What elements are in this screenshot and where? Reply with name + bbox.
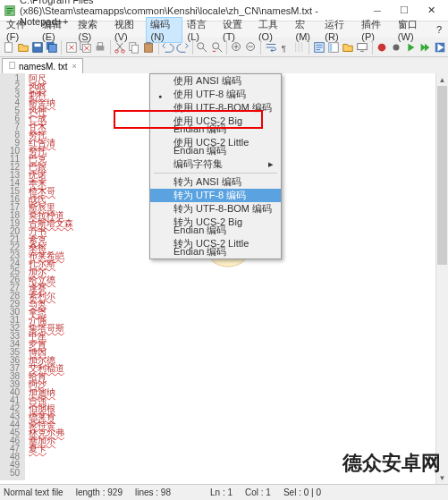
redo-icon[interactable] xyxy=(176,40,190,55)
svg-rect-25 xyxy=(358,43,368,49)
menu-edit[interactable]: 编辑(E) xyxy=(38,17,74,43)
menu-use-ucs2-be[interactable]: 使用 UCS-2 Big Endian 编码 xyxy=(150,114,281,136)
close-file-icon[interactable] xyxy=(64,40,78,55)
function-list-icon[interactable] xyxy=(312,40,325,55)
text-line[interactable]: 加尔 xyxy=(29,267,448,275)
zoom-in-icon[interactable] xyxy=(230,40,243,55)
status-lines: lines : 98 xyxy=(135,487,171,497)
text-line[interactable]: 加迪纳 xyxy=(29,388,448,396)
wordwrap-icon[interactable] xyxy=(264,40,277,55)
line-number: 50 xyxy=(0,469,20,477)
text-line[interactable]: 林克尔弗 xyxy=(29,428,448,436)
paste-icon[interactable] xyxy=(142,40,156,55)
record-macro-icon[interactable] xyxy=(376,40,389,55)
copy-icon[interactable] xyxy=(128,40,141,55)
toolbar-separator xyxy=(226,40,227,55)
folder-panel-icon[interactable] xyxy=(342,40,355,55)
menu-tools[interactable]: 工具(O) xyxy=(254,17,292,43)
zoom-out-icon[interactable] xyxy=(244,40,258,55)
cut-icon[interactable] xyxy=(114,40,127,55)
run-macro-multi-icon[interactable] xyxy=(418,40,432,55)
menu-encoding[interactable]: 编码(N) xyxy=(146,17,182,43)
menu-use-utf8[interactable]: 使用 UTF-8 编码 xyxy=(150,88,281,101)
toolbar-separator xyxy=(110,40,111,55)
text-line[interactable]: 蒙特金 xyxy=(29,420,448,428)
text-line[interactable]: 博因 xyxy=(29,348,448,356)
stop-macro-icon[interactable] xyxy=(390,40,403,55)
svg-rect-10 xyxy=(97,42,102,46)
toolbar-separator xyxy=(309,40,309,55)
text-line[interactable]: 罗肯 xyxy=(29,340,448,348)
svg-rect-3 xyxy=(34,43,40,47)
text-line[interactable]: 集塔哥斯 xyxy=(29,324,448,332)
menu-language[interactable]: 语言(L) xyxy=(182,17,217,43)
menu-help[interactable]: ? xyxy=(432,23,446,36)
text-line[interactable]: 甲座 xyxy=(29,332,448,340)
status-column: Col : 1 xyxy=(245,487,271,497)
menu-use-ansi[interactable]: 使用 ANSI 编码 xyxy=(150,74,281,88)
text-line[interactable]: 哈肯 xyxy=(29,372,448,380)
save-all-icon[interactable] xyxy=(45,40,58,55)
menu-convert-utf8-bom[interactable]: 转为 UTF-8-BOM 编码 xyxy=(150,202,281,216)
scroll-thumb[interactable] xyxy=(437,86,447,265)
close-all-icon[interactable] xyxy=(79,40,92,55)
text-line[interactable]: 拿恩 xyxy=(29,308,448,316)
text-line[interactable]: 伯朋根 xyxy=(29,404,448,412)
vertical-scrollbar[interactable]: ▲ ▼ xyxy=(435,73,448,484)
menu-convert-utf8[interactable]: 转为 UTF-8 编码 xyxy=(150,189,281,202)
status-bar: Normal text file length : 929 lines : 98… xyxy=(0,484,448,500)
show-all-chars-icon[interactable]: ¶ xyxy=(278,40,292,55)
file-tab[interactable]: namesM. txt × xyxy=(2,58,83,73)
text-line[interactable]: 加尔德 xyxy=(29,356,448,364)
encoding-dropdown: 使用 ANSI 编码 使用 UTF-8 编码 使用 UTF-8-BOM 编码 使… xyxy=(149,73,282,259)
new-file-icon[interactable] xyxy=(2,40,15,55)
menu-settings[interactable]: 设置(T) xyxy=(218,17,254,43)
text-line[interactable]: 逢赛 xyxy=(29,284,448,292)
text-line[interactable]: 塞加尔 xyxy=(29,436,448,445)
text-line[interactable]: 吉强 xyxy=(29,396,448,404)
menu-convert-ucs2-le[interactable]: 转为 UCS-2 Little Endian 编码 xyxy=(150,237,281,258)
text-line[interactable]: 阿沙 xyxy=(29,380,448,388)
menu-search[interactable]: 搜索(S) xyxy=(73,17,110,43)
monitor-icon[interactable] xyxy=(356,40,369,55)
status-selection: Sel : 0 | 0 xyxy=(283,487,321,497)
svg-text:¶: ¶ xyxy=(281,42,285,52)
text-line[interactable]: 素利尔 xyxy=(29,292,448,300)
save-icon[interactable] xyxy=(30,40,44,55)
text-line[interactable]: 介慲 xyxy=(29,316,448,324)
menu-window[interactable]: 窗口(W) xyxy=(393,17,432,43)
menu-charset-submenu[interactable]: 编码字符集 xyxy=(150,157,281,171)
menu-bar: 文件(F) 编辑(E) 搜索(S) 视图(V) 编码(N) 语言(L) 设置(T… xyxy=(0,21,448,38)
text-content[interactable]: 使用 ANSI 编码 使用 UTF-8 编码 使用 UTF-8-BOM 编码 使… xyxy=(25,73,448,480)
menu-convert-ansi[interactable]: 转为 ANSI 编码 xyxy=(150,175,281,189)
save-macro-icon[interactable] xyxy=(433,40,446,55)
text-line[interactable]: 德莱肯 xyxy=(29,412,448,420)
status-filetype: Normal text file xyxy=(4,487,63,497)
indent-guide-icon[interactable] xyxy=(292,40,306,55)
svg-point-18 xyxy=(212,42,218,48)
menu-use-ucs2-le[interactable]: 使用 UCS-2 Little Endian 编码 xyxy=(150,136,281,157)
status-length: length : 929 xyxy=(76,487,123,497)
toolbar-separator xyxy=(372,40,373,55)
menu-run[interactable]: 运行(R) xyxy=(320,17,357,43)
menu-plugins[interactable]: 插件(P) xyxy=(357,17,393,43)
menu-use-utf8-bom[interactable]: 使用 UTF-8-BOM 编码 xyxy=(150,101,281,114)
file-icon xyxy=(8,61,17,72)
text-line[interactable]: 哈立德 xyxy=(29,275,448,284)
play-macro-icon[interactable] xyxy=(404,40,418,55)
toolbar-separator xyxy=(260,40,261,55)
open-file-icon[interactable] xyxy=(16,40,30,55)
menu-convert-ucs2-be[interactable]: 转为 UCS-2 Big Endian 编码 xyxy=(150,216,281,237)
undo-icon[interactable] xyxy=(162,40,175,55)
find-icon[interactable] xyxy=(196,40,209,55)
replace-icon[interactable] xyxy=(210,40,224,55)
menu-macro[interactable]: 宏(M) xyxy=(291,17,320,43)
menu-view[interactable]: 视图(V) xyxy=(110,17,147,43)
doc-map-icon[interactable] xyxy=(326,40,340,55)
tab-close-icon[interactable]: × xyxy=(72,62,76,71)
scroll-up-icon[interactable]: ▲ xyxy=(436,73,448,86)
print-icon[interactable] xyxy=(94,40,107,55)
menu-file[interactable]: 文件(F) xyxy=(2,17,38,43)
text-line[interactable]: 岛奥 xyxy=(29,300,448,308)
text-line[interactable]: 艾利福道 xyxy=(29,364,448,372)
